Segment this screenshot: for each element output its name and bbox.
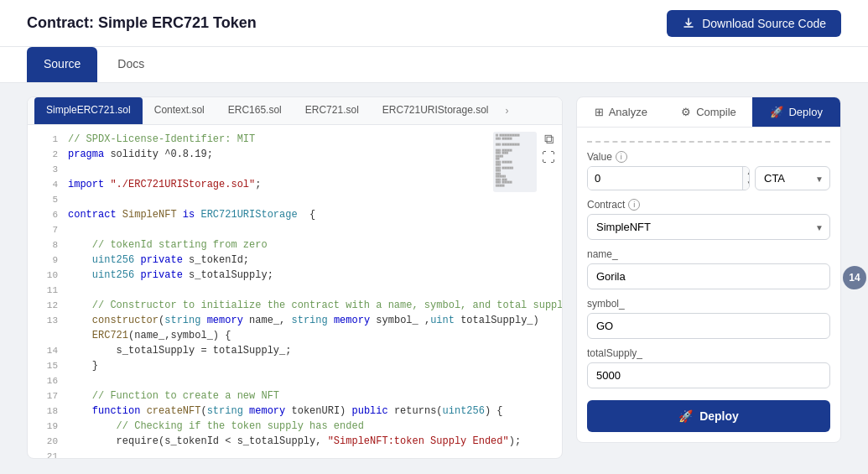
code-line-14: 14 s_totalSupply = totalSupply_; [28,343,562,358]
code-line-13: 13 constructor(string memory name_, stri… [28,313,562,328]
file-tab-erc165[interactable]: ERC165.sol [216,97,294,124]
code-line-6: 6 contract SimpleNFT is ERC721URIStorage… [28,207,562,222]
deploy-tab-icon: 🚀 [770,106,783,118]
value-input-row: ▲ ▼ CTA ETH WEI ▼ [587,166,830,190]
name-label: name_ [587,248,830,260]
main-tabs: Source Docs [0,47,868,83]
download-icon [682,17,695,30]
code-line-9: 9 uint256 private s_tokenId; [28,253,562,268]
code-line-8: 8 // tokenId starting from zero [28,237,562,253]
file-tab-context[interactable]: Context.sol [143,97,216,124]
code-actions: ⧉ ⛶ [542,132,555,165]
code-line-16: 16 [28,373,562,388]
value-spin-up[interactable]: ▲ [743,167,750,179]
file-tabs-more[interactable]: › [501,98,514,123]
tab-compile[interactable]: ⚙ Compile [665,97,753,127]
code-line-5: 5 [28,192,562,207]
expand-code-button[interactable]: ⛶ [542,150,555,165]
value-spin-down[interactable]: ▼ [743,179,750,190]
symbol-input[interactable] [587,313,830,339]
file-tabs: SimpleERC721.sol Context.sol ERC165.sol … [28,97,562,125]
page-title: Contract: Simple ERC721 Token [27,14,257,32]
total-supply-label: totalSupply_ [587,347,830,359]
right-panel-container: ⊞ Analyze ⚙ Compile 🚀 Deploy Value [576,96,841,459]
code-line-13b: ERC721(name_,symbol_) { [28,328,562,343]
code-line-11: 11 [28,283,562,298]
value-info-icon[interactable]: i [616,151,627,163]
code-line-20: 20 require(s_tokenId < s_totalSupply, "S… [28,434,562,449]
name-input[interactable] [587,263,830,289]
code-line-21: 21 [28,449,562,458]
tab-analyze[interactable]: ⊞ Analyze [577,97,665,127]
code-line-15: 15 } [28,358,562,373]
symbol-label: symbol_ [587,298,830,310]
file-tab-simpleerc721[interactable]: SimpleERC721.sol [34,97,143,124]
main-content: SimpleERC721.sol Context.sol ERC165.sol … [0,83,868,472]
right-panel: ⊞ Analyze ⚙ Compile 🚀 Deploy Value [576,96,841,443]
deploy-button[interactable]: 🚀 Deploy [587,400,830,432]
top-divider [587,141,830,143]
value-spin: ▲ ▼ [742,167,750,190]
code-line-19: 19 // Checking if the token supply has e… [28,419,562,434]
analyze-icon: ⊞ [595,106,604,118]
currency-select-wrap: CTA ETH WEI ▼ [755,166,830,190]
code-toolbar: ██ ████████████████████ ████████████ ███… [493,132,555,192]
code-line-17: 17 // Function to create a new NFT [28,388,562,404]
code-line-4: 4 import "./ERC721URIStorage.sol"; [28,177,562,192]
code-line-18: 18 function createNFT(string memory toke… [28,404,562,419]
code-editor[interactable]: 1 // SPDX-License-Identifier: MIT 2 prag… [28,125,562,458]
right-panel-tabs: ⊞ Analyze ⚙ Compile 🚀 Deploy [577,97,840,128]
deploy-button-icon: 🚀 [678,409,693,423]
code-line-2: 2 pragma solidity ^0.8.19; [28,147,562,162]
header: Contract: Simple ERC721 Token Download S… [0,0,868,47]
file-tab-erc721uristorage[interactable]: ERC721URIStorage.sol [371,97,501,124]
contract-select[interactable]: SimpleNFT [587,214,830,240]
compile-icon: ⚙ [681,106,691,118]
tab-docs[interactable]: Docs [101,47,161,82]
code-minimap: ██ ████████████████████ ████████████ ███… [493,132,537,192]
total-supply-input[interactable] [587,362,830,388]
code-line-10: 10 uint256 private s_totalSupply; [28,268,562,283]
value-label: Value i [587,151,830,163]
value-input-wrap: ▲ ▼ [587,166,750,190]
currency-select[interactable]: CTA ETH WEI [755,166,830,190]
copy-code-button[interactable]: ⧉ [542,132,555,147]
right-panel-body: Value i ▲ ▼ CTA ETH [577,128,840,442]
tab-source[interactable]: Source [27,47,97,82]
code-line-3: 3 [28,162,562,177]
scroll-badge: 14 [843,266,866,289]
contract-select-wrap: SimpleNFT ▼ [587,214,830,240]
contract-info-icon[interactable]: i [628,199,640,211]
contract-label: Contract i [587,199,830,211]
download-source-button[interactable]: Download Source Code [667,10,841,37]
value-input[interactable] [588,167,742,190]
code-line-12: 12 // Constructor to initialize the cont… [28,298,562,313]
code-line-1: 1 // SPDX-License-Identifier: MIT [28,132,562,147]
tab-deploy[interactable]: 🚀 Deploy [752,97,840,127]
code-panel: SimpleERC721.sol Context.sol ERC165.sol … [27,96,563,459]
file-tab-erc721[interactable]: ERC721.sol [294,97,371,124]
code-line-7: 7 [28,222,562,237]
